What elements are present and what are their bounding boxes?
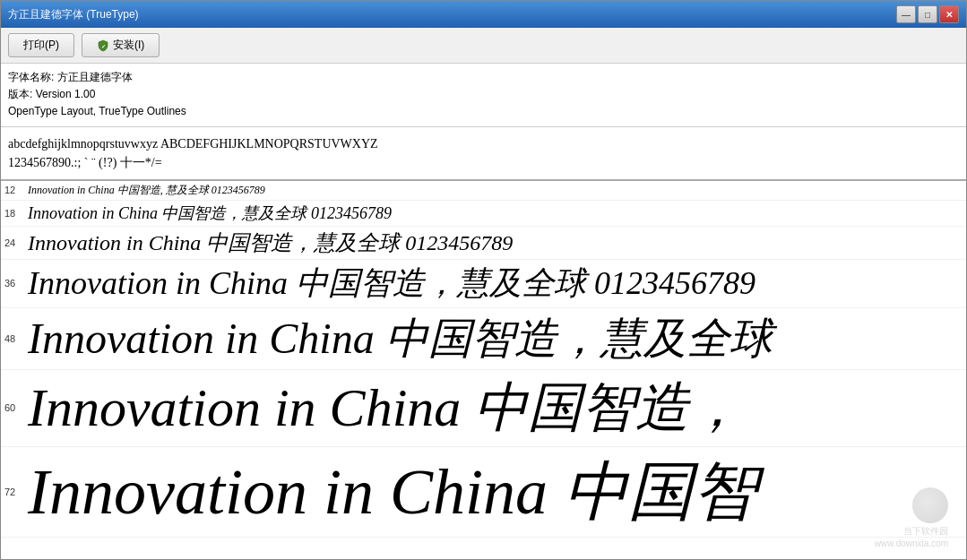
minimize-button[interactable]: — bbox=[896, 5, 916, 23]
sample-row: 72Innovation in China 中国智 bbox=[1, 447, 966, 538]
size-label: 60 bbox=[1, 402, 28, 413]
sample-text: Innovation in China 中国智造，慧及全球 0123456789 bbox=[28, 202, 392, 224]
main-window: 方正且建德字体 (TrueType) — □ ✕ 打印(P) ✓ 安装(I) bbox=[0, 0, 967, 560]
size-label: 48 bbox=[1, 333, 28, 344]
sample-row: 12Innovation in China 中国智造, 慧及全球 0123456… bbox=[1, 181, 966, 201]
alphabet-line1: abcdefghijklmnopqrstuvwxyz ABCDEFGHIJKLM… bbox=[8, 134, 959, 153]
install-button[interactable]: ✓ 安装(I) bbox=[82, 33, 160, 57]
font-type: OpenType Layout, TrueType Outlines bbox=[8, 103, 959, 120]
alphabet-area: abcdefghijklmnopqrstuvwxyz ABCDEFGHIJKLM… bbox=[1, 127, 966, 181]
shield-icon: ✓ bbox=[97, 39, 109, 52]
sample-row: 48Innovation in China 中国智造，慧及全球 bbox=[1, 308, 966, 370]
alphabet-line2: 1234567890.:; ` ¨ (!?) 十一*/= bbox=[8, 153, 959, 172]
size-label: 24 bbox=[1, 237, 28, 248]
font-name: 字体名称: 方正且建德字体 bbox=[8, 69, 959, 86]
font-version: 版本: Version 1.00 bbox=[8, 86, 959, 103]
toolbar: 打印(P) ✓ 安装(I) bbox=[1, 28, 966, 64]
sample-row: 24Innovation in China 中国智造，慧及全球 01234567… bbox=[1, 227, 966, 260]
sample-text: Innovation in China 中国智造，慧及全球 bbox=[28, 310, 773, 367]
title-bar: 方正且建德字体 (TrueType) — □ ✕ bbox=[1, 1, 966, 28]
sample-text: Innovation in China 中国智造， bbox=[28, 372, 743, 444]
svg-text:✓: ✓ bbox=[101, 44, 106, 49]
print-button[interactable]: 打印(P) bbox=[8, 33, 74, 57]
sample-text: Innovation in China 中国智 bbox=[28, 449, 757, 535]
font-info: 字体名称: 方正且建德字体 版本: Version 1.00 OpenType … bbox=[1, 64, 966, 127]
restore-button[interactable]: □ bbox=[918, 5, 937, 23]
size-label: 12 bbox=[1, 185, 28, 195]
sample-text: Innovation in China 中国智造，慧及全球 0123456789 bbox=[28, 262, 755, 306]
sample-row: 60Innovation in China 中国智造， bbox=[1, 370, 966, 447]
sample-row: 36Innovation in China 中国智造，慧及全球 01234567… bbox=[1, 260, 966, 308]
size-label: 36 bbox=[1, 278, 28, 289]
sample-row: 18Innovation in China 中国智造，慧及全球 01234567… bbox=[1, 201, 966, 227]
sample-scroll[interactable]: 12Innovation in China 中国智造, 慧及全球 0123456… bbox=[1, 181, 966, 559]
sample-area: 12Innovation in China 中国智造, 慧及全球 0123456… bbox=[1, 181, 966, 559]
close-button[interactable]: ✕ bbox=[939, 5, 959, 23]
window-controls: — □ ✕ bbox=[896, 5, 959, 23]
size-label: 18 bbox=[1, 208, 28, 219]
window-title: 方正且建德字体 (TrueType) bbox=[8, 7, 139, 22]
sample-text: Innovation in China 中国智造，慧及全球 0123456789 bbox=[28, 228, 513, 257]
size-label: 72 bbox=[1, 487, 28, 497]
sample-text: Innovation in China 中国智造, 慧及全球 012345678… bbox=[28, 183, 265, 198]
